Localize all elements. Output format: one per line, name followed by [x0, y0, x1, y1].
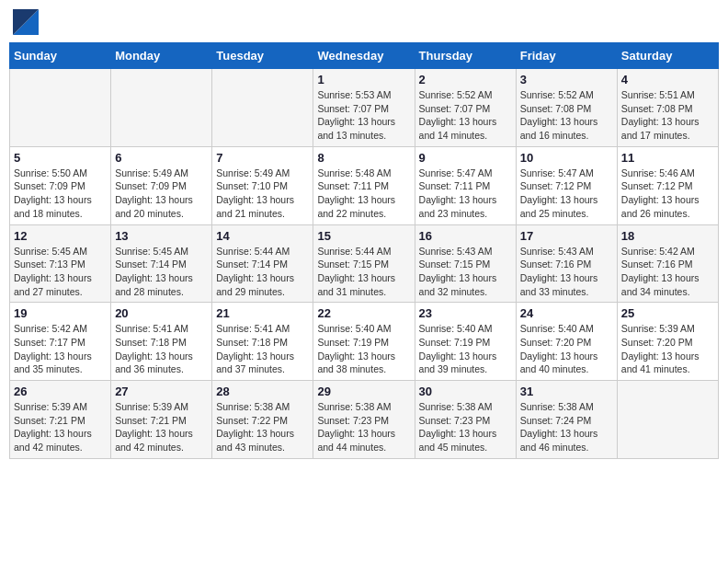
day-number: 19 [14, 306, 107, 320]
day-cell: 14Sunrise: 5:44 AM Sunset: 7:14 PM Dayli… [212, 224, 313, 303]
header-row: SundayMondayTuesdayWednesdayThursdayFrid… [10, 43, 719, 69]
day-cell: 15Sunrise: 5:44 AM Sunset: 7:15 PM Dayli… [313, 224, 415, 303]
day-number: 20 [115, 306, 208, 320]
day-cell: 4Sunrise: 5:51 AM Sunset: 7:08 PM Daylig… [617, 69, 718, 147]
day-info: Sunrise: 5:49 AM Sunset: 7:09 PM Dayligh… [115, 167, 208, 221]
day-info: Sunrise: 5:42 AM Sunset: 7:16 PM Dayligh… [621, 245, 714, 299]
header-cell-tuesday: Tuesday [212, 43, 313, 69]
day-cell: 10Sunrise: 5:47 AM Sunset: 7:12 PM Dayli… [516, 146, 617, 224]
day-info: Sunrise: 5:47 AM Sunset: 7:12 PM Dayligh… [520, 167, 613, 221]
day-cell: 27Sunrise: 5:39 AM Sunset: 7:21 PM Dayli… [111, 381, 212, 459]
day-cell: 11Sunrise: 5:46 AM Sunset: 7:12 PM Dayli… [617, 146, 718, 224]
week-row-5: 26Sunrise: 5:39 AM Sunset: 7:21 PM Dayli… [10, 381, 719, 459]
day-number: 15 [317, 229, 410, 243]
day-cell: 28Sunrise: 5:38 AM Sunset: 7:22 PM Dayli… [212, 381, 313, 459]
day-info: Sunrise: 5:40 AM Sunset: 7:20 PM Dayligh… [520, 322, 613, 376]
day-number: 8 [317, 151, 410, 165]
day-cell: 24Sunrise: 5:40 AM Sunset: 7:20 PM Dayli… [516, 303, 617, 381]
day-cell [10, 69, 111, 147]
day-number: 16 [419, 229, 512, 243]
day-info: Sunrise: 5:44 AM Sunset: 7:15 PM Dayligh… [317, 245, 410, 299]
header-cell-saturday: Saturday [617, 43, 718, 69]
day-cell: 29Sunrise: 5:38 AM Sunset: 7:23 PM Dayli… [313, 381, 415, 459]
day-info: Sunrise: 5:40 AM Sunset: 7:19 PM Dayligh… [419, 322, 512, 376]
day-number: 25 [621, 306, 714, 320]
day-info: Sunrise: 5:50 AM Sunset: 7:09 PM Dayligh… [14, 167, 107, 221]
day-number: 29 [317, 385, 410, 398]
day-number: 3 [520, 73, 613, 86]
day-info: Sunrise: 5:48 AM Sunset: 7:11 PM Dayligh… [317, 167, 410, 221]
week-row-2: 5Sunrise: 5:50 AM Sunset: 7:09 PM Daylig… [10, 146, 719, 224]
day-cell: 23Sunrise: 5:40 AM Sunset: 7:19 PM Dayli… [415, 303, 516, 381]
day-number: 13 [115, 229, 208, 243]
day-info: Sunrise: 5:41 AM Sunset: 7:18 PM Dayligh… [115, 322, 208, 376]
day-info: Sunrise: 5:38 AM Sunset: 7:23 PM Dayligh… [317, 400, 410, 454]
day-cell: 19Sunrise: 5:42 AM Sunset: 7:17 PM Dayli… [10, 303, 111, 381]
day-number: 14 [216, 229, 309, 243]
header-cell-sunday: Sunday [10, 43, 111, 69]
day-info: Sunrise: 5:38 AM Sunset: 7:24 PM Dayligh… [520, 400, 613, 454]
week-row-1: 1Sunrise: 5:53 AM Sunset: 7:07 PM Daylig… [10, 69, 719, 147]
week-row-4: 19Sunrise: 5:42 AM Sunset: 7:17 PM Dayli… [10, 303, 719, 381]
day-info: Sunrise: 5:43 AM Sunset: 7:16 PM Dayligh… [520, 245, 613, 299]
day-number: 10 [520, 151, 613, 165]
day-info: Sunrise: 5:39 AM Sunset: 7:21 PM Dayligh… [115, 400, 208, 454]
day-cell: 6Sunrise: 5:49 AM Sunset: 7:09 PM Daylig… [111, 146, 212, 224]
header-cell-thursday: Thursday [415, 43, 516, 69]
day-number: 1 [317, 73, 410, 86]
day-number: 24 [520, 306, 613, 320]
calendar-header: SundayMondayTuesdayWednesdayThursdayFrid… [10, 43, 719, 69]
day-cell: 31Sunrise: 5:38 AM Sunset: 7:24 PM Dayli… [516, 381, 617, 459]
header-cell-friday: Friday [516, 43, 617, 69]
day-info: Sunrise: 5:38 AM Sunset: 7:22 PM Dayligh… [216, 400, 309, 454]
day-number: 28 [216, 385, 309, 398]
logo [13, 9, 42, 35]
day-number: 4 [621, 73, 714, 86]
logo-icon [13, 9, 39, 35]
day-cell: 20Sunrise: 5:41 AM Sunset: 7:18 PM Dayli… [111, 303, 212, 381]
day-cell: 7Sunrise: 5:49 AM Sunset: 7:10 PM Daylig… [212, 146, 313, 224]
day-info: Sunrise: 5:42 AM Sunset: 7:17 PM Dayligh… [14, 322, 107, 376]
day-number: 30 [419, 385, 512, 398]
day-number: 26 [14, 385, 107, 398]
day-cell: 17Sunrise: 5:43 AM Sunset: 7:16 PM Dayli… [516, 224, 617, 303]
day-cell: 2Sunrise: 5:52 AM Sunset: 7:07 PM Daylig… [415, 69, 516, 147]
day-number: 22 [317, 306, 410, 320]
day-number: 27 [115, 385, 208, 398]
day-number: 11 [621, 151, 714, 165]
day-info: Sunrise: 5:51 AM Sunset: 7:08 PM Dayligh… [621, 88, 714, 143]
day-info: Sunrise: 5:43 AM Sunset: 7:15 PM Dayligh… [419, 245, 512, 299]
day-info: Sunrise: 5:40 AM Sunset: 7:19 PM Dayligh… [317, 322, 410, 376]
day-info: Sunrise: 5:52 AM Sunset: 7:08 PM Dayligh… [520, 88, 613, 143]
day-cell: 22Sunrise: 5:40 AM Sunset: 7:19 PM Dayli… [313, 303, 415, 381]
day-info: Sunrise: 5:46 AM Sunset: 7:12 PM Dayligh… [621, 167, 714, 221]
header-cell-wednesday: Wednesday [313, 43, 415, 69]
day-cell [212, 69, 313, 147]
day-number: 2 [419, 73, 512, 86]
week-row-3: 12Sunrise: 5:45 AM Sunset: 7:13 PM Dayli… [10, 224, 719, 303]
day-number: 18 [621, 229, 714, 243]
day-cell: 3Sunrise: 5:52 AM Sunset: 7:08 PM Daylig… [516, 69, 617, 147]
day-info: Sunrise: 5:45 AM Sunset: 7:14 PM Dayligh… [115, 245, 208, 299]
page-header [9, 9, 719, 35]
day-info: Sunrise: 5:53 AM Sunset: 7:07 PM Dayligh… [317, 88, 410, 143]
day-info: Sunrise: 5:52 AM Sunset: 7:07 PM Dayligh… [419, 88, 512, 143]
day-cell: 30Sunrise: 5:38 AM Sunset: 7:23 PM Dayli… [415, 381, 516, 459]
day-info: Sunrise: 5:49 AM Sunset: 7:10 PM Dayligh… [216, 167, 309, 221]
day-cell: 26Sunrise: 5:39 AM Sunset: 7:21 PM Dayli… [10, 381, 111, 459]
calendar-body: 1Sunrise: 5:53 AM Sunset: 7:07 PM Daylig… [10, 69, 719, 459]
day-cell [111, 69, 212, 147]
day-cell: 16Sunrise: 5:43 AM Sunset: 7:15 PM Dayli… [415, 224, 516, 303]
day-number: 9 [419, 151, 512, 165]
day-cell: 1Sunrise: 5:53 AM Sunset: 7:07 PM Daylig… [313, 69, 415, 147]
day-cell: 12Sunrise: 5:45 AM Sunset: 7:13 PM Dayli… [10, 224, 111, 303]
day-info: Sunrise: 5:45 AM Sunset: 7:13 PM Dayligh… [14, 245, 107, 299]
day-number: 6 [115, 151, 208, 165]
day-number: 23 [419, 306, 512, 320]
header-cell-monday: Monday [111, 43, 212, 69]
day-info: Sunrise: 5:44 AM Sunset: 7:14 PM Dayligh… [216, 245, 309, 299]
day-cell: 21Sunrise: 5:41 AM Sunset: 7:18 PM Dayli… [212, 303, 313, 381]
day-cell: 13Sunrise: 5:45 AM Sunset: 7:14 PM Dayli… [111, 224, 212, 303]
day-cell: 18Sunrise: 5:42 AM Sunset: 7:16 PM Dayli… [617, 224, 718, 303]
day-info: Sunrise: 5:39 AM Sunset: 7:20 PM Dayligh… [621, 322, 714, 376]
